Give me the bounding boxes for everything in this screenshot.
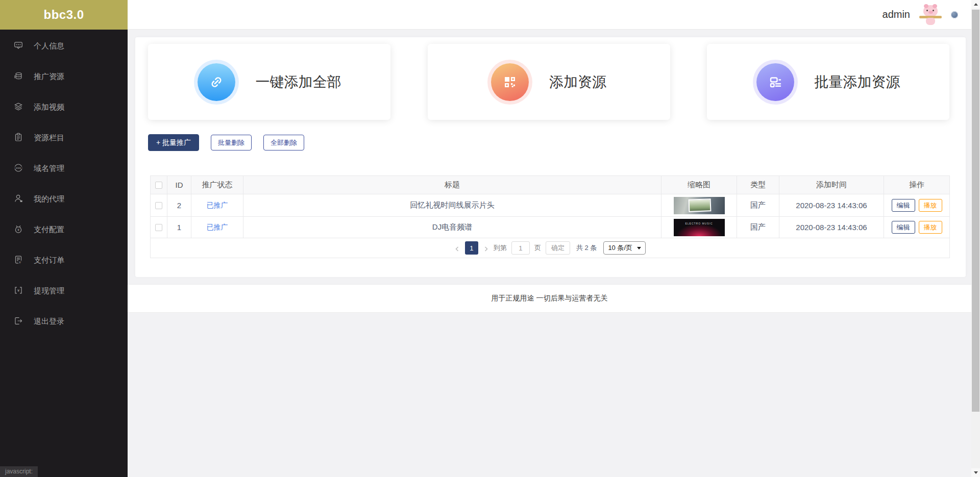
row-title: DJ电音频谱	[243, 217, 662, 238]
col-header-title: 标题	[243, 176, 662, 194]
batch-promote-button[interactable]: + 批量推广	[148, 134, 199, 151]
resource-table: ID 推广状态 标题 缩略图 类型 添加时间 操作 2 已推广 回忆礼视时间线展…	[150, 175, 950, 258]
scrollbar-thumb[interactable]	[972, 10, 979, 412]
row-type: 国产	[737, 217, 779, 238]
sidebar-item-label: 支付配置	[34, 225, 64, 235]
sidebar-item-label: 个人信息	[34, 41, 64, 51]
footer: 用于正规用途 一切后果与运营者无关	[128, 284, 971, 313]
sidebar-item-label: 推广资源	[34, 72, 64, 82]
avatar[interactable]	[919, 4, 942, 26]
card-add-resource[interactable]: 添加资源	[428, 44, 670, 120]
sidebar-menu: 个人信息 推广资源 添加视频 资源栏目 www 域名管理 我的代理	[0, 30, 128, 337]
coins-icon	[14, 71, 23, 82]
list-icon	[756, 63, 794, 101]
col-header-type: 类型	[737, 176, 779, 194]
card-label: 添加资源	[549, 72, 606, 92]
qrcode-icon	[491, 63, 529, 101]
col-header-added-time: 添加时间	[779, 176, 884, 194]
card-batch-add-resource[interactable]: 批量添加资源	[707, 44, 949, 120]
comment-icon	[14, 41, 23, 52]
sidebar-item-label: 支付订单	[34, 256, 64, 265]
status-link[interactable]: 已推广	[207, 223, 228, 232]
row-checkbox-cell	[151, 194, 167, 217]
sidebar-item-domain-management[interactable]: www 域名管理	[0, 153, 128, 184]
delete-all-button[interactable]: 全部删除	[263, 135, 304, 150]
thumbnail-caption: ELECTRO MUSIC	[674, 222, 725, 225]
scroll-up-icon[interactable]	[971, 0, 980, 9]
moneybag-icon: ¥	[14, 224, 23, 235]
page: bbc3.0 个人信息 推广资源 添加视频 资源栏目 www 域名管理	[0, 0, 980, 477]
row-id: 1	[167, 217, 191, 238]
globe-www-icon: www	[14, 163, 23, 174]
card-add-all[interactable]: 一键添加全部	[148, 44, 390, 120]
edit-button[interactable]: 编辑	[892, 221, 915, 234]
scroll-down-icon[interactable]	[971, 468, 980, 477]
play-button[interactable]: 播放	[919, 221, 942, 234]
per-page-select[interactable]: 10 条/页	[603, 241, 646, 255]
sidebar-item-label: 提现管理	[34, 286, 64, 296]
batch-delete-button[interactable]: 批量删除	[211, 135, 252, 150]
status-dot-icon[interactable]	[951, 11, 958, 18]
row-checkbox[interactable]	[155, 202, 162, 209]
prev-page-icon[interactable]	[454, 245, 460, 251]
page-suffix-label: 页	[534, 243, 541, 253]
sidebar-item-profile[interactable]: 个人信息	[0, 31, 128, 61]
sidebar-item-payment-orders[interactable]: ¥ 支付订单	[0, 245, 128, 275]
app-logo: bbc3.0	[0, 0, 128, 30]
sidebar-item-payment-config[interactable]: ¥ 支付配置	[0, 214, 128, 245]
action-cards: 一键添加全部 添加资源 批量添加资源	[148, 44, 949, 120]
sidebar-item-label: 我的代理	[34, 194, 64, 204]
svg-text:¥: ¥	[17, 288, 20, 292]
page-scrollbar[interactable]	[971, 0, 980, 477]
sidebar-item-logout[interactable]: 退出登录	[0, 306, 128, 337]
sidebar-item-add-video[interactable]: 添加视频	[0, 92, 128, 122]
row-thumbnail-cell	[662, 194, 737, 217]
col-header-id: ID	[167, 176, 191, 194]
row-added-time: 2020-08-23 14:43:06	[779, 217, 884, 238]
pagination: 1 到第 页 确定 共 2 条 10 条/页	[151, 238, 949, 258]
sidebar-item-label: 资源栏目	[34, 133, 64, 143]
main-panel: 一键添加全部 添加资源 批量添加资源 + 批量推广 批量删除	[135, 37, 966, 277]
status-link[interactable]: 已推广	[207, 201, 228, 210]
row-id: 2	[167, 194, 191, 217]
row-status-cell: 已推广	[191, 217, 243, 238]
play-button[interactable]: 播放	[919, 199, 942, 212]
page-number-input[interactable]	[511, 241, 530, 255]
row-actions-cell: 编辑 播放	[884, 217, 949, 238]
select-all-cell	[151, 176, 167, 194]
status-bar-link-preview: javascript:	[0, 466, 38, 477]
row-checkbox-cell	[151, 217, 167, 238]
select-all-checkbox[interactable]	[155, 182, 162, 189]
thumbnail-image[interactable]: ELECTRO MUSIC	[674, 219, 725, 236]
goto-page-label: 到第	[494, 243, 507, 253]
username[interactable]: admin	[883, 9, 910, 20]
withdraw-icon: ¥	[14, 286, 23, 296]
disclaimer-text: 用于正规用途 一切后果与运营者无关	[492, 294, 608, 303]
card-label: 一键添加全部	[256, 72, 341, 92]
sidebar-item-label: 域名管理	[34, 164, 64, 173]
row-status-cell: 已推广	[191, 194, 243, 217]
per-page-value: 10 条/页	[608, 243, 632, 253]
sidebar-item-label: 退出登录	[34, 317, 64, 327]
row-checkbox[interactable]	[155, 224, 162, 231]
receipt-icon: ¥	[14, 255, 23, 266]
confirm-page-button[interactable]: 确定	[546, 241, 570, 255]
current-page-button[interactable]: 1	[465, 241, 478, 255]
total-count-label: 共 2 条	[576, 243, 597, 253]
col-header-status: 推广状态	[191, 176, 243, 194]
clipboard-icon	[14, 133, 23, 143]
row-type: 国产	[737, 194, 779, 217]
sidebar-item-resource-categories[interactable]: 资源栏目	[0, 122, 128, 153]
sidebar-item-my-agents[interactable]: 我的代理	[0, 184, 128, 214]
next-page-icon[interactable]	[483, 245, 489, 251]
thumbnail-image[interactable]	[674, 197, 725, 214]
layers-icon	[14, 102, 23, 113]
sidebar: bbc3.0 个人信息 推广资源 添加视频 资源栏目 www 域名管理	[0, 0, 128, 477]
content-area: 一键添加全部 添加资源 批量添加资源 + 批量推广 批量删除	[128, 30, 971, 477]
edit-button[interactable]: 编辑	[892, 199, 915, 212]
sidebar-item-withdrawal-management[interactable]: ¥ 提现管理	[0, 275, 128, 306]
svg-text:www: www	[16, 166, 21, 169]
link-icon	[198, 63, 235, 101]
sidebar-item-promo-resources[interactable]: 推广资源	[0, 61, 128, 92]
row-actions-cell: 编辑 播放	[884, 194, 949, 217]
